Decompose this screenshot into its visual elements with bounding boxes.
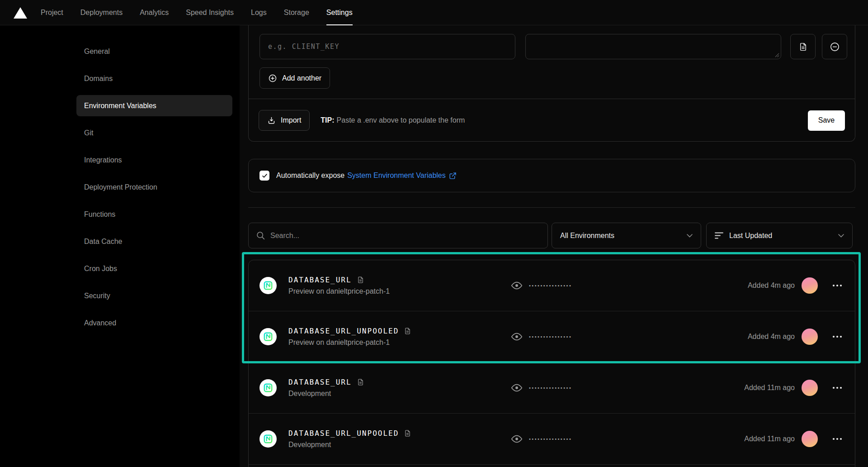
add-another-button[interactable]: Add another xyxy=(259,67,330,89)
nav-tabs: Project Deployments Analytics Speed Insi… xyxy=(41,0,353,25)
env-var-name: DATABASE_URL_UNPOOLED xyxy=(288,327,399,335)
added-time-label: Added 11m ago xyxy=(744,384,795,392)
masked-value: ••••••••••••••• xyxy=(529,436,572,442)
import-button[interactable]: Import xyxy=(259,110,310,131)
added-time-label: Added 11m ago xyxy=(744,435,795,443)
sidebar-item-label: Data Cache xyxy=(84,238,123,246)
sort-select[interactable]: Last Updated xyxy=(706,223,853,248)
env-value-input[interactable] xyxy=(525,34,781,59)
sidebar-item-integrations[interactable]: Integrations xyxy=(76,149,232,171)
sidebar-item-label: Advanced xyxy=(84,319,116,327)
add-another-label: Add another xyxy=(282,74,321,82)
env-key-input[interactable] xyxy=(259,34,515,59)
added-time-label: Added 4m ago xyxy=(748,333,795,341)
section-divider xyxy=(248,207,855,208)
nav-item-project[interactable]: Project xyxy=(41,0,63,25)
sidebar-item-label: Environment Variables xyxy=(84,102,156,110)
nav-item-speed-insights[interactable]: Speed Insights xyxy=(186,0,234,25)
env-var-environment: Preview on danieltprice-patch-1 xyxy=(288,338,411,347)
sidebar-item-advanced[interactable]: Advanced xyxy=(76,312,232,334)
sidebar-item-label: Security xyxy=(84,292,110,300)
top-navigation: Project Deployments Analytics Speed Insi… xyxy=(0,0,868,25)
nav-item-deployments[interactable]: Deployments xyxy=(80,0,123,25)
eye-icon[interactable] xyxy=(511,433,523,445)
sidebar-item-git[interactable]: Git xyxy=(76,122,232,143)
env-var-environment: Development xyxy=(288,441,411,449)
environment-filter-select[interactable]: All Environments xyxy=(552,223,701,248)
row-actions-menu-icon[interactable] xyxy=(831,385,843,391)
sidebar-item-general[interactable]: General xyxy=(76,41,232,62)
sidebar-item-deployment-protection[interactable]: Deployment Protection xyxy=(76,176,232,198)
nav-item-label: Logs xyxy=(251,9,267,17)
eye-icon[interactable] xyxy=(511,280,523,291)
eye-icon[interactable] xyxy=(511,331,523,343)
note-icon xyxy=(404,429,411,438)
nav-item-settings[interactable]: Settings xyxy=(326,0,353,25)
sidebar-item-label: Cron Jobs xyxy=(84,265,117,273)
tip-label: TIP: xyxy=(321,116,334,124)
neon-integration-icon xyxy=(259,379,277,396)
eye-icon[interactable] xyxy=(511,382,523,394)
nav-item-label: Storage xyxy=(284,9,309,17)
added-time-label: Added 4m ago xyxy=(748,281,795,290)
env-var-environment: Development xyxy=(288,390,364,398)
sidebar-item-label: Functions xyxy=(84,210,115,219)
nav-item-analytics[interactable]: Analytics xyxy=(140,0,169,25)
save-button[interactable]: Save xyxy=(808,110,845,131)
note-button[interactable] xyxy=(790,34,816,59)
env-var-environment: Preview on danieltprice-patch-1 xyxy=(288,287,390,295)
sort-value: Last Updated xyxy=(729,232,772,240)
neon-integration-icon xyxy=(259,277,277,294)
sidebar-item-security[interactable]: Security xyxy=(76,285,232,306)
external-link-icon xyxy=(449,172,457,180)
sidebar-item-label: General xyxy=(84,48,110,56)
nav-item-label: Speed Insights xyxy=(186,9,234,17)
sidebar-item-domains[interactable]: Domains xyxy=(76,68,232,89)
env-var-row: DATABASE_URL Development ••••••••••••••• xyxy=(249,362,855,414)
import-icon xyxy=(267,116,276,125)
sidebar-item-label: Integrations xyxy=(84,156,122,164)
masked-value: ••••••••••••••• xyxy=(529,385,572,391)
sidebar-item-label: Git xyxy=(84,129,93,137)
system-env-variables-link[interactable]: System Environment Variables xyxy=(347,172,457,180)
search-box xyxy=(248,223,548,248)
vercel-logo-icon[interactable] xyxy=(14,7,27,19)
nav-item-label: Analytics xyxy=(140,9,169,17)
nav-item-storage[interactable]: Storage xyxy=(284,0,309,25)
sidebar-item-label: Deployment Protection xyxy=(84,183,157,191)
import-label: Import xyxy=(281,116,301,124)
row-actions-menu-icon[interactable] xyxy=(831,436,843,442)
sidebar-item-functions[interactable]: Functions xyxy=(76,204,232,225)
import-tip: TIP:Paste a .env above to populate the f… xyxy=(321,116,465,124)
sidebar-item-cron-jobs[interactable]: Cron Jobs xyxy=(76,258,232,279)
system-env-expose-card: Automatically expose System Environment … xyxy=(248,159,855,192)
tip-text: Paste a .env above to populate the form xyxy=(337,116,465,124)
sidebar-item-environment-variables[interactable]: Environment Variables xyxy=(76,95,232,116)
owner-avatar xyxy=(802,277,818,294)
environment-variables-panel: Add another Import TIP:Paste a .env abov… xyxy=(248,25,855,467)
chevron-down-icon xyxy=(687,234,693,238)
note-icon xyxy=(357,378,364,386)
masked-value: ••••••••••••••• xyxy=(529,283,572,288)
remove-row-button[interactable] xyxy=(822,34,847,59)
sort-lines-icon xyxy=(715,232,723,239)
nav-item-label: Deployments xyxy=(80,9,123,17)
sidebar-item-label: Domains xyxy=(84,75,113,83)
search-icon xyxy=(256,231,265,240)
environment-filter-value: All Environments xyxy=(560,232,614,240)
nav-item-label: Project xyxy=(41,9,63,17)
env-var-name: DATABASE_URL xyxy=(288,378,352,386)
search-input[interactable] xyxy=(248,223,548,248)
owner-avatar xyxy=(802,329,818,345)
expose-checkbox[interactable] xyxy=(259,171,269,181)
row-actions-menu-icon[interactable] xyxy=(831,334,843,340)
row-actions-menu-icon[interactable] xyxy=(831,282,843,289)
env-var-row: DATABASE_URL_UNPOOLED Development ••••••… xyxy=(249,414,855,465)
env-var-name: DATABASE_URL_UNPOOLED xyxy=(288,429,399,438)
owner-avatar xyxy=(802,431,818,447)
note-icon xyxy=(404,327,411,335)
chevron-down-icon xyxy=(838,234,844,238)
env-var-name: DATABASE_URL xyxy=(288,276,352,284)
nav-item-logs[interactable]: Logs xyxy=(251,0,267,25)
sidebar-item-data-cache[interactable]: Data Cache xyxy=(76,231,232,252)
